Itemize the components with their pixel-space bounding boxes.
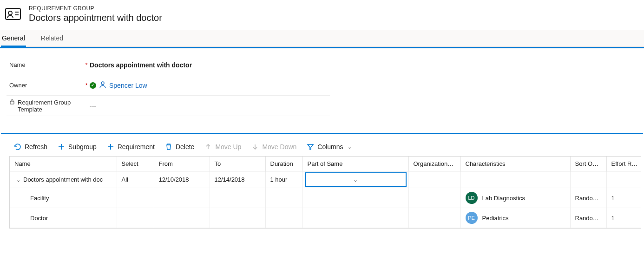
page-title: Doctors appointment with doctor [29, 13, 162, 23]
cell-name[interactable]: Facility [10, 188, 117, 208]
table-row[interactable]: FacilityLDLab DiagnosticsRandomize1 [10, 188, 641, 208]
cell-duration[interactable] [265, 188, 302, 208]
expand-icon[interactable]: ⌄ [16, 177, 20, 183]
col-duration[interactable]: Duration [265, 157, 302, 171]
owner-link[interactable]: Spencer Low [99, 81, 147, 90]
requirements-grid[interactable]: Name Select From To Duration Part of Sam… [9, 156, 641, 229]
cell-select[interactable] [117, 208, 154, 228]
cell-duration[interactable] [265, 208, 302, 228]
cell-characteristics[interactable]: LDLab Diagnostics [460, 188, 570, 208]
row-name-text: Facility [30, 195, 49, 202]
form-section: Name * Doctors appointment with doctor O… [7, 48, 330, 124]
presence-available-icon [90, 82, 96, 89]
subgroup-button[interactable]: Subgroup [56, 142, 99, 151]
cell-to[interactable] [210, 188, 265, 208]
subgrid-section: Refresh Subgroup Requirement Delete Move… [1, 133, 643, 229]
chevron-down-icon: ⌄ [353, 177, 358, 183]
cell-sort-option[interactable]: Randomize [570, 188, 606, 208]
tab-bar: General Related [0, 30, 644, 47]
characteristic-label: Pediatrics [482, 215, 509, 222]
lock-icon [9, 99, 15, 106]
svg-rect-0 [6, 8, 20, 20]
field-template: Requirement Group Template --- [7, 96, 330, 116]
person-icon [99, 81, 106, 90]
cell-characteristics[interactable]: PEPediatrics [460, 208, 570, 228]
chevron-down-icon: ⌄ [348, 144, 352, 150]
cell-effort-required[interactable]: 1 [606, 188, 641, 208]
col-effort-required[interactable]: Effort Require [606, 157, 641, 171]
requirement-button[interactable]: Requirement [105, 142, 157, 151]
cell-effort-required[interactable] [606, 171, 641, 188]
cell-org-unit[interactable] [408, 208, 460, 228]
cell-name[interactable]: Doctor [10, 208, 117, 228]
col-part-of-same[interactable]: Part of Same [302, 157, 408, 171]
svg-point-1 [8, 11, 12, 15]
tab-general[interactable]: General [1, 30, 26, 47]
row-name-text: Doctor [30, 215, 48, 222]
template-value: --- [90, 102, 96, 110]
cell-part-of-same[interactable] [302, 208, 408, 228]
characteristic-label: Lab Diagnostics [482, 195, 526, 202]
owner-name: Spencer Low [109, 82, 147, 89]
cell-duration[interactable]: 1 hour [265, 171, 302, 188]
refresh-button[interactable]: Refresh [12, 142, 49, 151]
svg-point-4 [101, 82, 104, 85]
required-mark: * [83, 62, 90, 68]
part-of-same-combobox[interactable]: ⌄Organizational UnitResource TreeLocatio… [305, 172, 407, 187]
name-value[interactable]: Doctors appointment with doctor [90, 61, 192, 69]
cell-to[interactable]: 12/14/2018 [210, 171, 265, 188]
col-name[interactable]: Name [10, 157, 117, 171]
owner-label: Owner [9, 82, 27, 89]
columns-button[interactable]: Columns ⌄ [305, 142, 353, 151]
name-label: Name [9, 61, 26, 68]
col-organizational-unit[interactable]: Organizational Unit [408, 157, 460, 171]
cell-sort-option[interactable]: Randomize [570, 208, 606, 228]
page-header: REQUIREMENT GROUP Doctors appointment wi… [0, 0, 644, 30]
cell-select[interactable]: All [117, 171, 154, 188]
col-characteristics[interactable]: Characteristics [460, 157, 570, 171]
cell-from[interactable] [154, 208, 210, 228]
move-down-button: Move Down [250, 142, 298, 151]
cell-characteristics[interactable] [460, 171, 570, 188]
tab-related[interactable]: Related [40, 30, 64, 47]
cell-part-of-same[interactable]: ⌄Organizational UnitResource TreeLocatio… [302, 171, 408, 188]
avatar: PE [466, 212, 478, 224]
cell-sort-option[interactable] [570, 171, 606, 188]
col-to[interactable]: To [210, 157, 265, 171]
template-label: Requirement Group Template [18, 99, 78, 113]
field-name[interactable]: Name * Doctors appointment with doctor [7, 55, 330, 75]
cell-org-unit[interactable] [408, 171, 460, 188]
required-mark: * [83, 82, 90, 89]
delete-button[interactable]: Delete [163, 142, 196, 151]
cell-effort-required[interactable]: 1 [606, 208, 641, 228]
row-name-text: Doctors appointment with doc [23, 176, 103, 183]
table-row[interactable]: ⌄Doctors appointment with docAll12/10/20… [10, 171, 641, 188]
grid-header-row: Name Select From To Duration Part of Sam… [10, 157, 641, 171]
avatar: LD [466, 192, 478, 204]
entity-icon [4, 5, 22, 23]
cell-from[interactable]: 12/10/2018 [154, 171, 210, 188]
table-row[interactable]: DoctorPEPediatricsRandomize1 [10, 208, 641, 228]
cell-org-unit[interactable] [408, 188, 460, 208]
cell-from[interactable] [154, 188, 210, 208]
field-owner[interactable]: Owner * Spencer Low [7, 75, 330, 96]
grid-toolbar: Refresh Subgroup Requirement Delete Move… [1, 138, 643, 156]
svg-rect-5 [10, 101, 14, 104]
cell-to[interactable] [210, 208, 265, 228]
entity-type-label: REQUIREMENT GROUP [29, 5, 162, 12]
cell-select[interactable] [117, 188, 154, 208]
move-up-button: Move Up [203, 142, 243, 151]
col-sort-option[interactable]: Sort Option [570, 157, 606, 171]
col-select[interactable]: Select [117, 157, 154, 171]
col-from[interactable]: From [154, 157, 210, 171]
cell-name[interactable]: ⌄Doctors appointment with doc [10, 171, 117, 188]
cell-part-of-same[interactable] [302, 188, 408, 208]
